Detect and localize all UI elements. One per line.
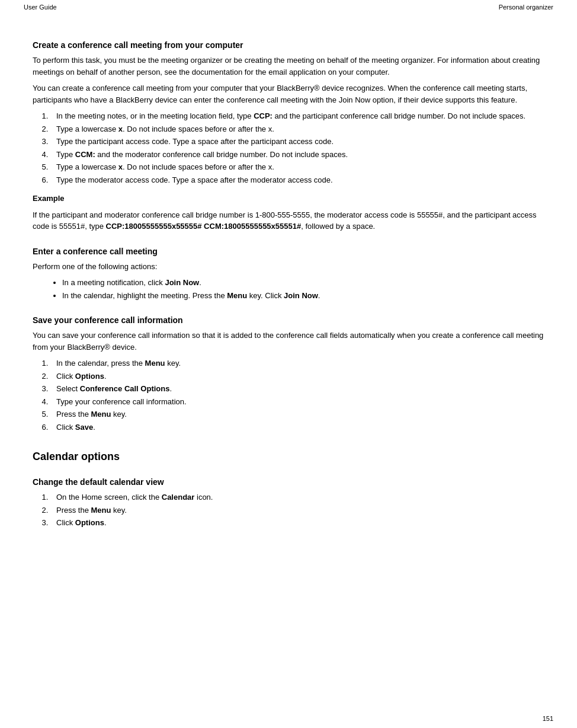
header-right-label: Personal organizer [499,4,553,11]
example-code: CCP:18005555555x55555# CCM:18005555555x5… [106,222,302,231]
bullet-2-bold-menu: Menu [227,291,247,300]
cal-step-2-bold: Menu [91,506,111,515]
save-conference-call-steps: In the calendar, press the Menu key. Cli… [50,357,544,433]
create-conference-call-steps: In the meeting notes, or in the meeting … [50,110,544,186]
step-3: Type the participant access code. Type a… [50,136,544,148]
create-conference-call-heading: Create a conference call meeting from yo… [33,40,544,50]
save-step-5: Press the Menu key. [50,408,544,420]
step-1-bold: CCP: [254,111,273,120]
example-text: If the participant and moderator confere… [33,209,544,232]
save-conference-call-para: You can save your conference call inform… [33,330,544,353]
step-2-bold: x [118,124,123,133]
step-4-bold: CCM: [75,150,95,159]
bullet-1-bold: Join Now [165,278,199,287]
page-header: User Guide Personal organizer [0,0,577,14]
enter-conference-call-bullets: In a meeting notification, click Join No… [62,277,544,301]
save-step-1-bold: Menu [145,359,165,368]
section-save-conference-call: Save your conference call information Yo… [33,315,544,433]
subsection-change-default-calendar-view: Change the default calendar view On the … [33,477,544,529]
example-heading-label: Example [33,193,544,205]
change-default-calendar-view-heading: Change the default calendar view [33,477,544,487]
page-number: 151 [543,715,553,722]
save-step-3: Select Conference Call Options. [50,383,544,395]
step-6: Type the moderator access code. Type a s… [50,174,544,186]
change-default-calendar-view-steps: On the Home screen, click the Calendar i… [50,491,544,529]
bullet-1: In a meeting notification, click Join No… [62,277,544,289]
step-5-bold: x [118,162,123,171]
save-step-2-bold: Options [75,372,104,381]
save-step-6: Click Save. [50,422,544,433]
page-footer: 151 [543,715,553,722]
step-2: Type a lowercase x. Do not include space… [50,123,544,135]
cal-step-3: Click Options. [50,517,544,529]
save-step-1: In the calendar, press the Menu key. [50,357,544,369]
header-left-label: User Guide [24,4,57,11]
step-4: Type CCM: and the moderator conference c… [50,149,544,161]
save-step-5-bold: Menu [91,410,111,419]
save-step-6-bold: Save [75,423,93,432]
bullet-2: In the calendar, highlight the meeting. … [62,290,544,302]
save-step-3-bold: Conference Call Options [80,384,170,393]
cal-step-3-bold: Options [75,518,104,527]
enter-conference-call-heading: Enter a conference call meeting [33,247,544,256]
save-step-2: Click Options. [50,371,544,382]
enter-conference-call-intro: Perform one of the following actions: [33,261,544,273]
step-1: In the meeting notes, or in the meeting … [50,110,544,122]
save-conference-call-heading: Save your conference call information [33,315,544,325]
bullet-2-bold-join: Join Now [284,291,318,300]
section-calendar-options: Calendar options Change the default cale… [33,451,544,529]
cal-step-2: Press the Menu key. [50,505,544,516]
section-create-conference-call: Create a conference call meeting from yo… [33,40,544,232]
calendar-options-heading: Calendar options [33,451,544,463]
step-5: Type a lowercase x. Do not include space… [50,161,544,173]
section-enter-conference-call: Enter a conference call meeting Perform … [33,247,544,302]
create-conference-call-para2: You can create a conference call meeting… [33,82,544,106]
cal-step-1-bold: Calendar [162,493,195,502]
create-conference-call-para1: To perform this task, you must be the me… [33,55,544,78]
save-step-4: Type your conference call information. [50,396,544,408]
page-content: Create a conference call meeting from yo… [0,14,577,557]
cal-step-1: On the Home screen, click the Calendar i… [50,491,544,503]
